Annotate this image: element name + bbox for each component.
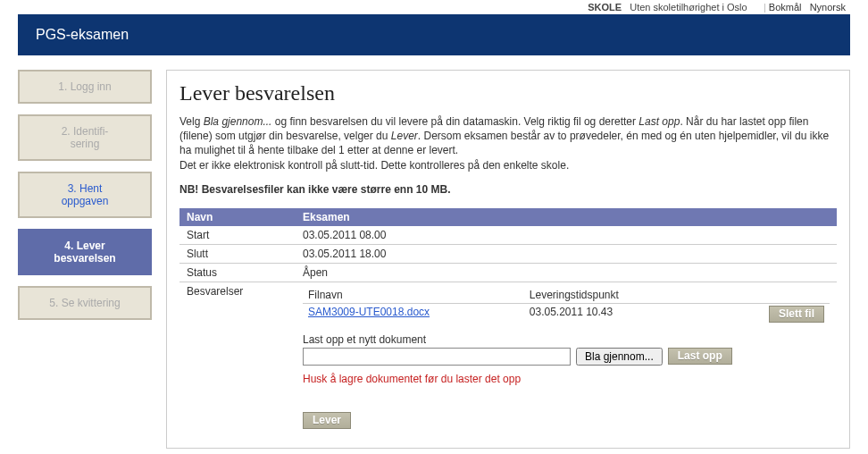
browse-button[interactable]: Bla gjennom... — [576, 348, 663, 366]
answers-label: Besvarelser — [179, 282, 296, 432]
delete-file-button[interactable]: Slett fil — [769, 306, 824, 323]
lever-button[interactable]: Lever — [303, 412, 351, 429]
status-label: Status — [179, 263, 296, 282]
end-value: 03.05.2011 18.00 — [296, 244, 837, 263]
start-label: Start — [179, 226, 296, 245]
th-exam: Eksamen — [296, 208, 837, 226]
end-label: Slutt — [179, 244, 296, 263]
th-filename: Filnavn — [303, 287, 524, 304]
lang-nynorsk-link[interactable]: Nynorsk — [810, 2, 846, 13]
top-bar: SKOLE Uten skoletilhørighet i Oslo | Bok… — [0, 0, 868, 14]
th-delivery-time: Leveringstidspunkt — [524, 287, 724, 304]
sep: | — [764, 2, 766, 13]
upload-button[interactable]: Last opp — [668, 348, 732, 365]
banner: PGS-eksamen — [18, 14, 850, 55]
status-value: Åpen — [296, 263, 837, 282]
file-time: 03.05.2011 10.43 — [524, 303, 724, 324]
lang-bokmal-link[interactable]: Bokmål — [769, 2, 802, 13]
th-name: Navn — [179, 208, 296, 226]
file-link[interactable]: SAM3009-UTE0018.docx — [308, 306, 430, 318]
step-4-deliver: 4. Lever besvarelsen — [18, 229, 152, 275]
school-value: Uten skoletilhørighet i Oslo — [630, 2, 747, 13]
content-panel: Lever besvarelsen Velg Bla gjennom... og… — [166, 70, 850, 449]
sidebar: 1. Logg inn 2. Identifi- sering 3. Hent … — [18, 70, 152, 449]
school-label: SKOLE — [588, 2, 622, 13]
nb-warning: NB! Besvarelsesfiler kan ikke være størr… — [179, 183, 837, 196]
page-title: Lever besvarelsen — [179, 81, 837, 105]
intro-text: Velg Bla gjennom... og finn besvarelsen … — [179, 114, 837, 172]
exam-table: Navn Eksamen Start 03.05.2011 08.00 Slut… — [179, 208, 837, 432]
upload-block: Last opp et nytt dokument Bla gjennom...… — [303, 333, 830, 385]
files-table: Filnavn Leveringstidspunkt SAM3009-UTE00… — [303, 287, 830, 324]
step-5-receipt: 5. Se kvittering — [18, 286, 152, 320]
banner-title: PGS-eksamen — [36, 27, 129, 42]
upload-input[interactable] — [303, 348, 571, 366]
step-2-identify: 2. Identifi- sering — [18, 114, 152, 161]
upload-label: Last opp et nytt dokument — [303, 333, 830, 346]
start-value: 03.05.2011 08.00 — [296, 226, 837, 245]
step-3-get-task[interactable]: 3. Hent oppgaven — [18, 172, 152, 218]
upload-warning: Husk å lagre dokumentet før du laster de… — [303, 373, 830, 385]
step-1-login: 1. Logg inn — [18, 70, 152, 104]
